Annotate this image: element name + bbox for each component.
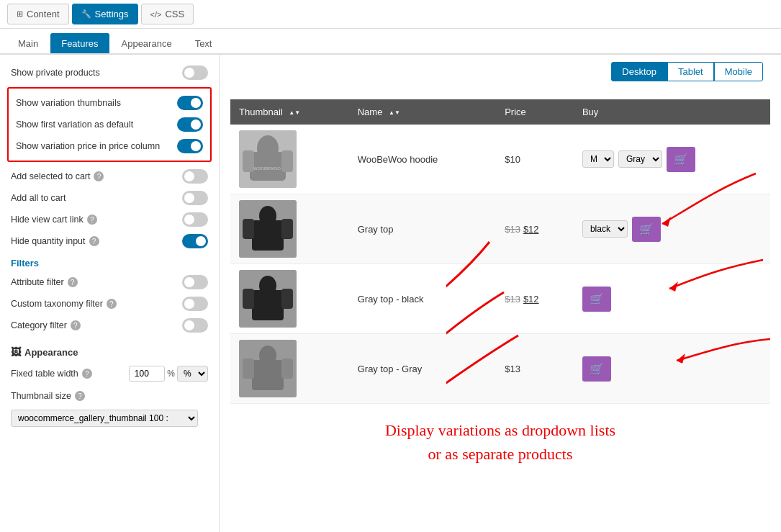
hide-view-cart-help-icon[interactable]: ? xyxy=(87,215,97,225)
svg-rect-10 xyxy=(281,219,293,239)
custom-taxonomy-filter-toggle[interactable] xyxy=(182,297,208,311)
hide-view-cart-label: Hide view cart link xyxy=(11,215,83,225)
show-first-variation-label: Show first variation as default xyxy=(16,120,133,130)
product-thumbnail: WOOBEWOO xyxy=(239,130,297,188)
attribute-filter-help-icon[interactable]: ? xyxy=(68,277,78,287)
tab-text[interactable]: Text xyxy=(184,33,223,53)
tablet-button[interactable]: Tablet xyxy=(667,62,714,81)
add-to-cart-button[interactable]: 🛒 xyxy=(582,287,611,312)
show-variation-thumbnails-label: Show variation thumbnails xyxy=(16,98,121,108)
svg-rect-18 xyxy=(252,360,284,390)
thumbnail-size-select[interactable]: woocommerce_gallery_thumbnail 100 : xyxy=(11,410,198,427)
svg-rect-3 xyxy=(243,150,254,172)
buy-cell-container: MGray🛒 xyxy=(582,147,762,172)
add-all-to-cart-slider xyxy=(182,191,208,205)
fixed-table-width-input[interactable] xyxy=(129,366,165,382)
thumbnail-size-label: Thumbnail size xyxy=(11,391,71,401)
add-to-cart-button[interactable]: 🛒 xyxy=(632,217,661,242)
show-variation-price-slider xyxy=(177,139,203,153)
thumbnail-size-help-icon[interactable]: ? xyxy=(75,391,85,401)
tab-appearance[interactable]: Appearance xyxy=(111,33,183,53)
category-filter-slider xyxy=(182,318,208,333)
show-private-products-label: Show private products xyxy=(11,68,100,78)
appearance-section: 🖼 Appearance Fixed table width ? % % px xyxy=(0,336,219,436)
product-price-cell: $10 xyxy=(496,125,574,194)
thumbnail-header-label: Thumbnail xyxy=(239,107,283,117)
fixed-table-width-help-icon[interactable]: ? xyxy=(82,369,92,379)
add-selected-to-cart-toggle[interactable] xyxy=(182,169,208,184)
variant-select-color[interactable]: black xyxy=(582,220,628,238)
preview-area: Desktop Tablet Mobile Thumbnail ▲▼ Name … xyxy=(220,55,781,532)
add-to-cart-button[interactable]: 🛒 xyxy=(667,147,695,172)
table-row: WOOBEWOO WooBeWoo hoodie$10MGray🛒 xyxy=(230,125,770,194)
attribute-filter-slider xyxy=(182,275,208,289)
svg-rect-9 xyxy=(243,219,254,239)
attribute-filter-toggle[interactable] xyxy=(182,275,208,289)
annotation-line1: Display variations as dropdown lists xyxy=(230,418,770,442)
settings-button[interactable]: 🔧 Settings xyxy=(72,4,138,24)
show-variation-thumbnails-slider xyxy=(177,96,203,110)
sidebar: Show private products Show variation thu… xyxy=(0,55,220,532)
show-variation-price-toggle[interactable] xyxy=(177,139,203,153)
fixed-table-width-unit-select[interactable]: % px xyxy=(177,366,208,382)
fixed-table-width-label: Fixed table width xyxy=(11,369,78,379)
product-buy-cell: MGray🛒 xyxy=(574,125,770,194)
product-thumbnail-cell xyxy=(230,334,349,404)
hide-quantity-input-slider xyxy=(182,234,208,248)
content-button[interactable]: ⊞ Content xyxy=(7,4,69,24)
mobile-button[interactable]: Mobile xyxy=(714,62,763,81)
thumbnail-size-select-row: woocommerce_gallery_thumbnail 100 : xyxy=(0,407,219,430)
hide-quantity-input-toggle[interactable] xyxy=(182,234,208,248)
hide-view-cart-toggle[interactable] xyxy=(182,212,208,227)
name-header[interactable]: Name ▲▼ xyxy=(349,99,496,125)
annotation-container: Display variations as dropdown lists or … xyxy=(230,418,770,466)
table-row: Gray top$13$12black🛒 xyxy=(230,194,770,264)
device-buttons: Desktop Tablet Mobile xyxy=(611,62,770,81)
annotation-line2: or as separate products xyxy=(230,442,770,466)
price-new: $12 xyxy=(523,294,539,305)
category-filter-help-icon[interactable]: ? xyxy=(71,320,81,330)
hide-quantity-input-help-icon[interactable]: ? xyxy=(89,236,99,246)
css-button[interactable]: </> CSS xyxy=(141,4,194,24)
show-private-products-toggle[interactable] xyxy=(182,66,208,80)
category-filter-toggle[interactable] xyxy=(182,318,208,333)
table-row: Gray top - black$13$12🛒 xyxy=(230,264,770,334)
desktop-button[interactable]: Desktop xyxy=(611,62,667,81)
tab-features[interactable]: Features xyxy=(50,33,109,53)
show-first-variation-toggle[interactable] xyxy=(177,117,203,132)
custom-taxonomy-filter-help-icon[interactable]: ? xyxy=(107,299,117,309)
show-variation-price-row: Show variation price in price column xyxy=(12,135,207,157)
code-icon: </> xyxy=(150,10,162,19)
product-table: Thumbnail ▲▼ Name ▲▼ Price Buy xyxy=(230,99,770,404)
thumbnail-header[interactable]: Thumbnail ▲▼ xyxy=(230,99,349,125)
main-layout: Show private products Show variation thu… xyxy=(0,55,781,532)
hide-view-cart-row: Hide view cart link ? xyxy=(0,209,219,230)
preview-container: Thumbnail ▲▼ Name ▲▼ Price Buy xyxy=(230,99,770,466)
attribute-filter-row: Attribute filter ? xyxy=(0,271,219,293)
price-old: $13 xyxy=(505,224,520,235)
product-price-cell: $13$12 xyxy=(496,194,574,264)
hide-quantity-input-label: Hide quantity input xyxy=(11,236,86,246)
price-old: $13 xyxy=(505,294,520,305)
show-variation-thumbnails-toggle[interactable] xyxy=(177,96,203,110)
add-selected-to-cart-row: Add selected to cart ? xyxy=(0,166,219,187)
add-all-to-cart-toggle[interactable] xyxy=(182,191,208,205)
custom-taxonomy-filter-slider xyxy=(182,297,208,311)
product-thumbnail-cell xyxy=(230,264,349,334)
content-label: Content xyxy=(27,9,60,19)
tab-main[interactable]: Main xyxy=(7,33,49,53)
thumbnail-sort-icon: ▲▼ xyxy=(289,110,300,116)
product-thumbnail-cell xyxy=(230,194,349,264)
add-selected-help-icon[interactable]: ? xyxy=(94,171,104,181)
name-sort-icon: ▲▼ xyxy=(389,110,400,116)
table-header-row: Thumbnail ▲▼ Name ▲▼ Price Buy xyxy=(230,99,770,125)
variant-select-size[interactable]: M xyxy=(582,150,614,168)
buy-cell-container: black🛒 xyxy=(582,217,762,242)
add-to-cart-button[interactable]: 🛒 xyxy=(582,356,611,382)
svg-text:WOOBEWOO: WOOBEWOO xyxy=(253,166,281,171)
variant-select-color[interactable]: Gray xyxy=(618,150,662,168)
product-name-cell: Gray top - Gray xyxy=(349,334,496,404)
name-header-label: Name xyxy=(358,107,383,117)
add-all-to-cart-row: Add all to cart xyxy=(0,187,219,209)
show-private-products-slider xyxy=(182,66,208,80)
